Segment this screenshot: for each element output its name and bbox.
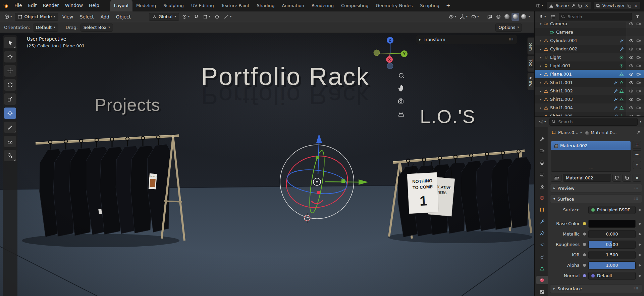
properties-tab-tool[interactable] [536,135,548,143]
hide-eye-icon[interactable] [629,89,634,93]
unlink-material-button[interactable]: × [633,174,641,182]
pin-id-icon[interactable] [636,130,641,135]
workspace-tab-geometry-nodes[interactable]: Geometry Nodes [372,0,417,11]
hide-eye-icon[interactable] [629,105,634,110]
menu-help[interactable]: Help [86,0,102,11]
modifier-wrench-icon[interactable] [613,105,618,110]
expand-icon[interactable]: ▸ [538,56,543,59]
surface-shader-dropdown[interactable]: Principled BSDF [588,206,636,214]
hide-eye-icon[interactable] [629,47,634,51]
scene-3d[interactable]: Portfolio Rack Portfolio Rack Portfolio … [0,33,534,296]
transform-orientation-dropdown[interactable]: Global ▾ [149,13,179,21]
hide-eye-icon[interactable] [629,72,634,77]
workspace-tab-modeling[interactable]: Modeling [132,0,160,11]
workspace-tab-uv-editing[interactable]: UV Editing [187,0,218,11]
outliner-row-shirt1-003[interactable]: ▸ Shirt1.003 [535,95,644,103]
outliner-row-shirt1-001[interactable]: ▸ Shirt1.001 [535,78,644,87]
expand-icon[interactable]: ▸ [538,89,543,93]
menu-render[interactable]: Render [40,0,62,11]
expand-icon[interactable]: ▸ [538,106,543,110]
panel-grip-icon[interactable]: ⠿⠿ [634,197,639,201]
expand-icon[interactable]: ▸ [538,64,543,68]
properties-tab-output[interactable] [536,158,548,167]
sidebar-tab-view[interactable]: View [527,73,534,91]
tool-measure[interactable] [4,136,16,147]
workspace-tab-scripting[interactable]: Scripting [416,0,443,11]
light-data-icon[interactable] [619,55,624,60]
overlays-dropdown[interactable]: ▾ [470,13,480,21]
pivot-point-dropdown[interactable]: ▾ [180,13,191,21]
animate-property-dot[interactable] [639,264,641,266]
scene-selector[interactable]: Scene × [546,1,591,10]
orientation-dropdown[interactable]: Default ▾ [33,24,58,32]
render-visibility-icon[interactable] [636,47,641,51]
outliner-row-light[interactable]: ▸ Light [535,53,644,61]
properties-tab-render[interactable] [536,146,548,155]
shading-solid-button[interactable] [503,13,511,21]
properties-tab-world[interactable] [536,194,548,202]
editor-type-3d-viewport[interactable]: ▾ [3,13,13,21]
material-name-field[interactable]: Material.002 [563,174,611,182]
outliner-row-cylinder-001[interactable]: ▸ Cylinder.001 [535,36,644,45]
render-visibility-icon[interactable] [636,55,641,60]
preview-panel-header[interactable]: ▸ Preview ⠿⠿ [550,184,642,193]
properties-tab-material[interactable] [536,276,548,284]
modifier-wrench-icon[interactable] [619,38,624,43]
render-visibility-icon[interactable] [636,64,641,68]
properties-tab-texture[interactable] [536,288,548,296]
sidebar-tab-tool[interactable]: Tool [527,55,534,72]
properties-tab-physics[interactable] [536,241,548,249]
properties-tab-object[interactable] [536,205,548,214]
proportional-edit-toggle[interactable] [213,13,221,21]
options-dropdown[interactable]: Options ▾ [495,24,522,32]
surface-panel-header[interactable]: ▾ Surface ⠿⠿ [550,195,642,203]
list-resize-grip[interactable]: ⠿⠿ [589,168,593,171]
blender-logo-icon[interactable] [3,3,9,9]
shading-wireframe-button[interactable] [494,13,502,21]
menu-edit[interactable]: Edit [25,0,40,11]
render-visibility-icon[interactable] [636,22,641,26]
outliner-row-camera-data[interactable]: Camera [535,28,644,36]
expand-icon[interactable]: ▸ [538,81,543,84]
mesh-data-icon[interactable] [619,97,624,102]
nav-neg-z-ball[interactable] [387,63,393,69]
base-color-swatch[interactable] [588,220,636,228]
normal-dropdown[interactable]: Default [588,272,636,280]
transform-panel-header[interactable]: ▸ Transform ⠿⠿ [416,35,517,44]
workspace-tab-compositing[interactable]: Compositing [337,0,372,11]
editor-type-properties[interactable]: ▾ [537,118,547,126]
hide-eye-icon[interactable] [629,97,634,102]
expand-icon[interactable]: ▸ [538,73,543,76]
menu-select[interactable]: Select [77,14,97,19]
outliner-filter-icon[interactable] [634,13,641,21]
new-material-button[interactable] [623,174,631,182]
shading-rendered-button[interactable] [520,13,528,21]
properties-tab-particles[interactable] [536,229,548,237]
outliner-row-light-001[interactable]: ▸ Light.001 [535,61,644,70]
panel-grip-icon[interactable]: ⠿⠿ [634,287,639,290]
properties-tab-scene[interactable] [536,182,548,190]
mode-dropdown[interactable]: Object Mode ▾ [15,13,58,21]
subsurface-panel-header[interactable]: ▸ Subsurface ⠿⠿ [550,284,642,293]
material-slot-active[interactable]: Material.002 [551,141,631,150]
alpha-slider[interactable]: 1.000 [588,261,636,269]
hide-eye-icon[interactable] [629,38,634,43]
modifier-wrench-icon[interactable] [613,89,618,93]
properties-options-icon[interactable]: ▾ [640,120,641,123]
outliner-row-shirt1-002[interactable]: ▸ Shirt1.002 [535,87,644,95]
tool-cursor[interactable] [4,51,16,62]
add-workspace-button[interactable]: + [443,0,453,11]
properties-tab-modifiers[interactable] [536,217,548,225]
material-specials-button[interactable]: ▾ [633,161,641,169]
remove-viewlayer-icon[interactable]: × [634,3,638,8]
panel-grip-icon[interactable]: ⠿⠿ [509,38,514,41]
breadcrumb-object[interactable]: Plane.0... [558,130,578,135]
outliner-row-cylinder-002[interactable]: ▸ Cylinder.002 [535,45,644,53]
workspace-tab-shading[interactable]: Shading [253,0,278,11]
hide-eye-icon[interactable] [629,64,634,68]
hide-eye-icon[interactable] [629,80,634,85]
tool-scale[interactable] [4,93,16,105]
outliner-search-input[interactable] [559,13,632,20]
mesh-data-icon[interactable] [619,89,624,93]
new-viewlayer-icon[interactable] [627,3,632,8]
